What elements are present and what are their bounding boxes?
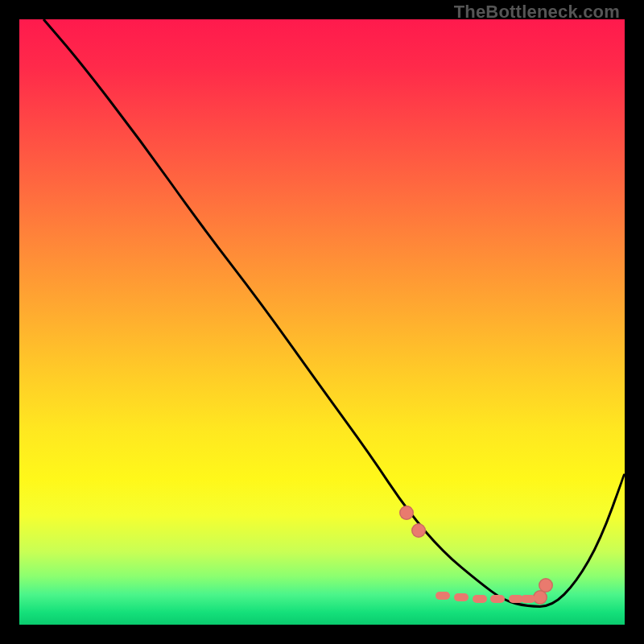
marker-dot	[539, 578, 553, 592]
curve-path	[43, 19, 625, 606]
marker-pill	[490, 595, 505, 603]
marker-pill	[521, 595, 535, 603]
bottleneck-curve	[19, 19, 625, 625]
marker-pill	[473, 595, 487, 603]
chart-stage: TheBottleneck.com	[0, 0, 644, 644]
plot-area	[19, 19, 625, 625]
marker-pill	[454, 593, 469, 601]
marker-dot	[399, 506, 414, 520]
marker-dot	[411, 523, 426, 538]
marker-pill	[436, 592, 450, 600]
